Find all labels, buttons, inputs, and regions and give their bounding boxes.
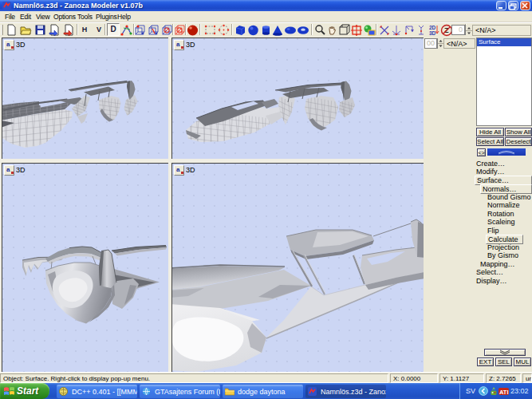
- svg-text:3D: 3D: [429, 30, 436, 36]
- svg-text:2D: 2D: [429, 25, 436, 30]
- svg-text:ATI: ATI: [499, 389, 509, 396]
